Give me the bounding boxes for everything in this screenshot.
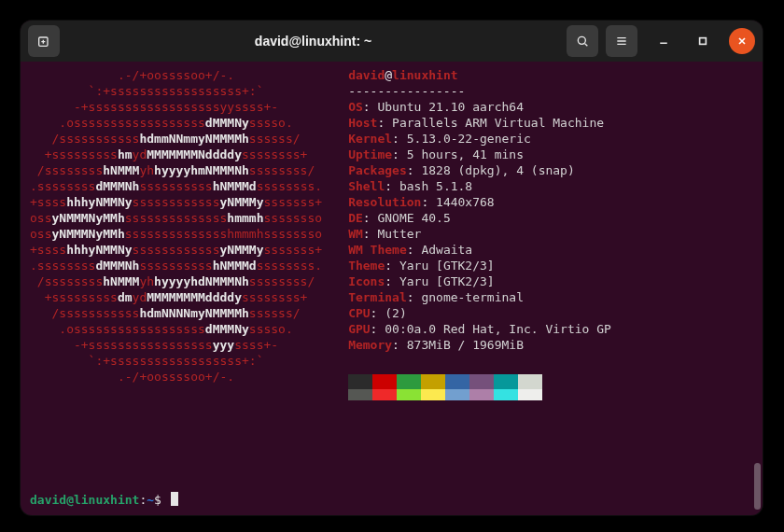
- info-row: Icons: Yaru [GTK2/3]: [348, 273, 611, 289]
- info-row: GPU: 00:0a.0 Red Hat, Inc. Virtio GP: [348, 321, 611, 337]
- info-row: Memory: 873MiB / 1969MiB: [348, 337, 611, 353]
- search-button[interactable]: [567, 25, 598, 57]
- system-info: david@linuxhint----------------OS: Ubunt…: [348, 67, 611, 400]
- info-row: CPU: (2): [348, 305, 611, 321]
- svg-rect-2: [700, 38, 707, 45]
- color-palette-row1: [348, 374, 611, 389]
- menu-button[interactable]: [606, 25, 637, 57]
- color-palette-row2: [348, 389, 611, 400]
- new-tab-button[interactable]: [28, 25, 60, 57]
- window-title: david@linuxhint: ~: [67, 34, 559, 49]
- info-row: Theme: Yaru [GTK2/3]: [348, 258, 611, 273]
- shell-prompt: david@linuxhint:~$: [30, 492, 178, 508]
- info-divider: ----------------: [348, 83, 611, 99]
- info-row: Kernel: 5.13.0-22-generic: [348, 131, 611, 147]
- info-row: WM: Mutter: [348, 226, 611, 242]
- terminal-window: david@linuxhint: ~ .-/+oossssoo+/-. `:+s…: [21, 21, 763, 515]
- info-row: OS: Ubuntu 21.10 aarch64: [348, 99, 611, 115]
- maximize-button[interactable]: [690, 28, 716, 54]
- info-row: Host: Parallels ARM Virtual Machine: [348, 115, 611, 131]
- svg-point-1: [578, 36, 585, 44]
- info-row: WM Theme: Adwaita: [348, 242, 611, 258]
- close-button[interactable]: [729, 28, 755, 54]
- info-row: Resolution: 1440x768: [348, 194, 611, 210]
- info-row: Shell: bash 5.1.8: [348, 178, 611, 194]
- info-row: Uptime: 5 hours, 41 mins: [348, 147, 611, 162]
- titlebar: david@linuxhint: ~: [21, 21, 763, 62]
- terminal-content[interactable]: .-/+oossssoo+/-. `:+ssssssssssssssssss+:…: [21, 62, 763, 515]
- scrollbar-thumb[interactable]: [754, 463, 761, 510]
- info-row: DE: GNOME 40.5: [348, 210, 611, 226]
- info-user-host: david@linuxhint: [348, 67, 611, 83]
- info-row: Packages: 1828 (dpkg), 4 (snap): [348, 162, 611, 178]
- minimize-button[interactable]: [651, 28, 677, 54]
- info-row: Terminal: gnome-terminal: [348, 289, 611, 305]
- ascii-logo: .-/+oossssoo+/-. `:+ssssssssssssssssss+:…: [30, 67, 322, 400]
- cursor: [171, 492, 178, 506]
- prompt-userhost: david@linuxhint: [30, 493, 139, 507]
- prompt-symbol: $: [154, 493, 161, 507]
- prompt-path: ~: [147, 493, 154, 507]
